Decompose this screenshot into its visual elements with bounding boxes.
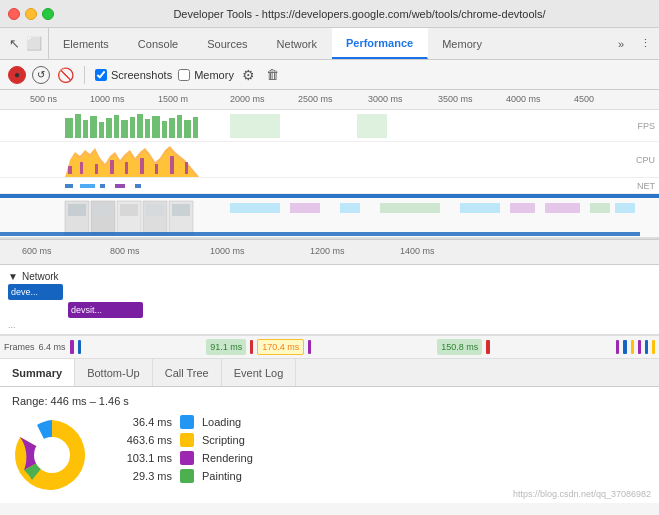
svg-rect-40: [68, 204, 86, 216]
network-section-label: ▼ Network: [0, 269, 659, 284]
painting-color-swatch: [180, 469, 194, 483]
toolbar: ● ↺ 🚫 Screenshots Memory ⚙ 🗑: [0, 60, 659, 90]
svg-rect-0: [65, 118, 73, 138]
time-mark-3000: 3000 ms: [368, 94, 403, 104]
time-mark-1000: 1000 ms: [90, 94, 125, 104]
net-chart: [0, 178, 640, 194]
rendering-label: Rendering: [202, 452, 253, 464]
tab-call-tree[interactable]: Call Tree: [153, 359, 222, 386]
cpu-row: CPU: [0, 142, 659, 178]
cursor-icon[interactable]: ↖: [6, 36, 22, 52]
loading-value: 36.4 ms: [112, 416, 172, 428]
svg-rect-7: [121, 120, 128, 138]
svg-rect-12: [162, 121, 167, 138]
svg-rect-5: [106, 118, 112, 138]
frame-yellow-1: [631, 340, 634, 354]
net-label: NET: [637, 181, 655, 191]
frame-purple-4: [638, 340, 641, 354]
rendering-value: 103.1 ms: [112, 452, 172, 464]
minimize-button[interactable]: [25, 8, 37, 20]
tabs-list: Elements Console Sources Network Perform…: [49, 28, 610, 59]
svg-rect-52: [590, 203, 610, 213]
clear-button[interactable]: 🚫: [56, 66, 74, 84]
svg-rect-49: [460, 203, 500, 213]
summary-item-loading: 36.4 ms Loading: [112, 415, 253, 429]
maximize-button[interactable]: [42, 8, 54, 20]
summary-item-scripting: 463.6 ms Scripting: [112, 433, 253, 447]
svg-rect-8: [130, 117, 135, 138]
time-mark-2500: 2500 ms: [298, 94, 333, 104]
svg-rect-24: [110, 160, 114, 174]
trash-button[interactable]: 🗑: [264, 66, 282, 84]
tab-event-log[interactable]: Event Log: [222, 359, 297, 386]
tab-icons: ↖ ⬜: [0, 28, 49, 59]
time-ruler-top: 500 ns 1000 ms 1500 m 2000 ms 2500 ms 30…: [0, 90, 659, 110]
svg-rect-22: [80, 162, 83, 174]
tab-sources[interactable]: Sources: [193, 28, 262, 59]
network-item-devsit: devsit...: [8, 302, 651, 318]
time-mark-2000: 2000 ms: [230, 94, 265, 104]
tab-console[interactable]: Console: [124, 28, 193, 59]
fps-chart: [0, 110, 620, 142]
svg-rect-33: [115, 184, 125, 188]
svg-rect-15: [184, 120, 191, 138]
svg-rect-2: [83, 120, 88, 138]
svg-rect-17: [230, 114, 280, 138]
svg-rect-47: [340, 203, 360, 213]
frame-red-1: [250, 340, 253, 354]
traffic-lights: [8, 8, 54, 20]
screenshots-chart: [0, 198, 640, 238]
painting-label: Painting: [202, 470, 242, 482]
toolbar-divider-1: [84, 66, 85, 84]
watermark: https://blog.csdn.net/qq_37086982: [513, 489, 651, 499]
scripting-value: 463.6 ms: [112, 434, 172, 446]
settings-button[interactable]: ⚙: [240, 66, 258, 84]
svg-rect-4: [99, 122, 104, 138]
network-bar-area-2: devsit...: [8, 302, 651, 318]
tab-bottom-up[interactable]: Bottom-Up: [75, 359, 153, 386]
device-icon[interactable]: ⬜: [26, 36, 42, 52]
frames-duration: 6.4 ms: [39, 342, 66, 352]
tab-summary[interactable]: Summary: [0, 359, 75, 386]
network-bar-deve: deve...: [8, 284, 63, 300]
frame-purple-3: [616, 340, 619, 354]
frame-chip-150: 150.8 ms: [437, 339, 482, 355]
summary-panel: Range: 446 ms – 1.46 s 36.4 ms Loading 4…: [0, 387, 659, 503]
time-ruler-bottom: 600 ms 800 ms 1000 ms 1200 ms 1400 ms: [0, 239, 659, 265]
screenshots-checkbox-label[interactable]: Screenshots: [95, 69, 172, 81]
screenshots-checkbox[interactable]: [95, 69, 107, 81]
record-button[interactable]: ●: [8, 66, 26, 84]
svg-rect-11: [152, 116, 160, 138]
svg-point-55: [34, 437, 70, 473]
memory-checkbox[interactable]: [178, 69, 190, 81]
devtools-menu-button[interactable]: ⋮: [632, 28, 659, 59]
frames-row: Frames 6.4 ms 91.1 ms 170.4 ms 150.8 ms: [0, 335, 659, 359]
svg-rect-54: [0, 232, 640, 236]
svg-rect-6: [114, 115, 119, 138]
svg-rect-45: [230, 203, 280, 213]
loading-label: Loading: [202, 416, 241, 428]
summary-item-painting: 29.3 ms Painting: [112, 469, 253, 483]
tab-network[interactable]: Network: [263, 28, 332, 59]
loading-color-swatch: [180, 415, 194, 429]
timeline-top: 500 ns 1000 ms 1500 m 2000 ms 2500 ms 30…: [0, 90, 659, 239]
reload-button[interactable]: ↺: [32, 66, 50, 84]
time-mark2-1400: 1400 ms: [400, 246, 435, 256]
tab-elements[interactable]: Elements: [49, 28, 124, 59]
frames-label: Frames: [4, 342, 35, 352]
tab-performance[interactable]: Performance: [332, 28, 428, 59]
frame-blue-2: [623, 340, 627, 354]
svg-rect-28: [170, 156, 174, 174]
close-button[interactable]: [8, 8, 20, 20]
tab-memory[interactable]: Memory: [428, 28, 497, 59]
memory-checkbox-label[interactable]: Memory: [178, 69, 234, 81]
svg-rect-44: [172, 204, 190, 216]
more-tabs-button[interactable]: »: [610, 28, 632, 59]
fps-row: FPS: [0, 110, 659, 142]
svg-rect-53: [615, 203, 635, 213]
svg-rect-3: [90, 116, 97, 138]
svg-rect-14: [177, 115, 182, 138]
svg-rect-29: [185, 162, 188, 174]
frame-red-2: [486, 340, 490, 354]
frame-chip-170: 170.4 ms: [257, 339, 304, 355]
